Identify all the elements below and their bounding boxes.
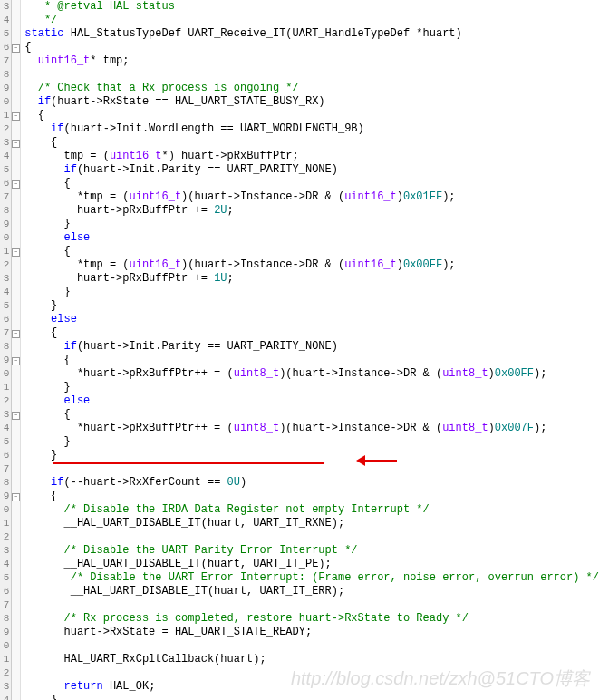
code-line[interactable]: if(huart->Init.WordLength == UART_WORDLE… (24, 122, 599, 136)
line-number: 5 (0, 435, 9, 449)
code-line[interactable]: huart->pRxBuffPtr += 2U; (24, 204, 599, 218)
code-line[interactable]: *huart->pRxBuffPtr++ = (uint8_t)(huart->… (24, 367, 599, 381)
code-line[interactable]: /* Disable the IRDA Data Register not em… (24, 503, 599, 517)
line-number: 4 (0, 422, 9, 435)
fold-toggle (12, 82, 20, 95)
code-line[interactable]: *tmp = (uint16_t)(huart->Instance->DR & … (24, 258, 599, 272)
line-number: 9 (0, 218, 9, 231)
line-number: 4 (0, 558, 9, 571)
code-line[interactable]: } (24, 449, 599, 462)
code-line[interactable]: { (24, 354, 599, 367)
line-number: 4 (0, 286, 9, 299)
code-line[interactable] (24, 598, 599, 612)
code-area[interactable]: * @retval HAL status */static HAL_Status… (21, 0, 599, 700)
code-line[interactable]: HAL_UART_RxCpltCallback(huart); (24, 653, 599, 666)
fold-toggle (12, 286, 20, 299)
fold-toggle (12, 258, 20, 272)
line-number: 1 (0, 381, 9, 394)
code-line[interactable]: huart->pRxBuffPtr += 1U; (24, 272, 599, 286)
fold-toggle (12, 299, 20, 313)
code-line[interactable]: if(huart->Init.Parity == UART_PARITY_NON… (24, 340, 599, 354)
fold-toggle[interactable]: - (12, 41, 20, 54)
code-line[interactable]: { (24, 41, 599, 54)
line-number: 7 (0, 598, 9, 612)
code-line[interactable]: } (24, 286, 599, 299)
code-line[interactable]: /* Disable the UART Parity Error Interru… (24, 544, 599, 558)
line-number: 0 (0, 503, 9, 517)
code-line[interactable]: { (24, 326, 599, 340)
line-number: 0 (0, 231, 9, 245)
fold-toggle (12, 653, 20, 666)
line-number: 9 (0, 626, 9, 639)
fold-toggle (12, 666, 20, 680)
code-line[interactable]: if(huart->RxState == HAL_UART_STATE_BUSY… (24, 95, 599, 109)
code-line[interactable]: *huart->pRxBuffPtr++ = (uint8_t)(huart->… (24, 422, 599, 435)
code-line[interactable]: * @retval HAL status (24, 0, 599, 14)
code-line[interactable] (24, 68, 599, 82)
fold-toggle[interactable]: - (12, 354, 20, 367)
fold-toggle (12, 27, 20, 41)
code-line[interactable]: if(huart->Init.Parity == UART_PARITY_NON… (24, 163, 599, 177)
fold-toggle (12, 150, 20, 163)
line-number: 6 (0, 177, 9, 190)
code-line[interactable]: { (24, 177, 599, 190)
code-line[interactable]: __HAL_UART_DISABLE_IT(huart, UART_IT_ERR… (24, 585, 599, 598)
fold-toggle (12, 680, 20, 694)
code-line[interactable]: *tmp = (uint16_t)(huart->Instance->DR & … (24, 190, 599, 204)
code-line[interactable]: /* Rx process is completed, restore huar… (24, 612, 599, 626)
code-line[interactable]: /* Check that a Rx process is ongoing */ (24, 82, 599, 95)
code-line[interactable] (24, 639, 599, 653)
code-line[interactable]: } (24, 299, 599, 313)
fold-toggle[interactable]: - (12, 408, 20, 422)
code-line[interactable]: else (24, 231, 599, 245)
line-number: 2 (0, 666, 9, 680)
code-line[interactable]: { (24, 136, 599, 150)
code-line[interactable]: /* Disable the UART Error Interrupt: (Fr… (24, 571, 599, 585)
code-line[interactable]: */ (24, 14, 599, 27)
code-line[interactable]: static HAL_StatusTypeDef UART_Receive_IT… (24, 27, 599, 41)
line-number: 3 (0, 272, 9, 286)
fold-toggle (12, 639, 20, 653)
line-number: 1 (0, 517, 9, 530)
fold-toggle (12, 544, 20, 558)
line-number: 3 (0, 0, 9, 14)
line-number: 2 (0, 394, 9, 408)
code-line[interactable]: else (24, 394, 599, 408)
fold-toggle[interactable]: - (12, 245, 20, 258)
code-line[interactable]: if(--huart->RxXferCount == 0U) (24, 476, 599, 490)
code-line[interactable]: } (24, 435, 599, 449)
fold-toggle[interactable]: - (12, 490, 20, 503)
fold-toggle[interactable]: - (12, 109, 20, 122)
code-line[interactable] (24, 530, 599, 544)
code-line[interactable]: } (24, 218, 599, 231)
line-number: 2 (0, 122, 9, 136)
fold-toggle (12, 517, 20, 530)
fold-toggle[interactable]: - (12, 136, 20, 150)
code-line[interactable]: { (24, 245, 599, 258)
code-line[interactable]: else (24, 313, 599, 326)
fold-toggle (12, 435, 20, 449)
code-line[interactable]: __HAL_UART_DISABLE_IT(huart, UART_IT_RXN… (24, 517, 599, 530)
fold-toggle (12, 204, 20, 218)
code-line[interactable]: } (24, 381, 599, 394)
fold-toggle[interactable]: - (12, 177, 20, 190)
code-line[interactable]: tmp = (uint16_t*) huart->pRxBuffPtr; (24, 150, 599, 163)
fold-column[interactable]: ---------- (12, 0, 21, 700)
code-line[interactable]: } (24, 694, 599, 700)
fold-toggle (12, 585, 20, 598)
line-number: 1 (0, 109, 9, 122)
line-number: 8 (0, 476, 9, 490)
code-line[interactable]: { (24, 490, 599, 503)
line-number: 2 (0, 258, 9, 272)
line-number: 8 (0, 68, 9, 82)
code-line[interactable]: { (24, 109, 599, 122)
line-number: 5 (0, 299, 9, 313)
fold-toggle[interactable]: - (12, 326, 20, 340)
code-line[interactable]: huart->RxState = HAL_UART_STATE_READY; (24, 626, 599, 639)
code-line[interactable] (24, 462, 599, 476)
fold-toggle (12, 272, 20, 286)
code-line[interactable]: uint16_t* tmp; (24, 54, 599, 68)
line-number: 4 (0, 150, 9, 163)
code-line[interactable]: __HAL_UART_DISABLE_IT(huart, UART_IT_PE)… (24, 558, 599, 571)
code-line[interactable]: { (24, 408, 599, 422)
